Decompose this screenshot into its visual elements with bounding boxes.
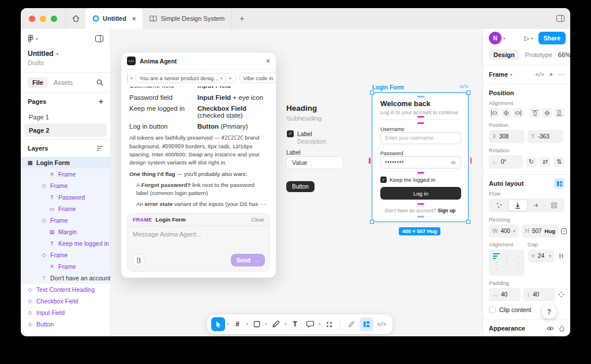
x-position-field[interactable]: X308 — [489, 130, 525, 143]
flow-wrap-button[interactable] — [545, 200, 563, 211]
gap-options-icon[interactable] — [558, 253, 564, 259]
chevron-down-icon[interactable]: ▾ — [503, 36, 506, 40]
persona-preset-pill[interactable]: You are a senior product desig...▾|+ — [135, 73, 237, 83]
login-form-frame[interactable]: Login Form </> Welcome back Log in to yo… — [372, 92, 469, 222]
frame-dev-mode-icon[interactable]: </> — [460, 84, 468, 89]
login-button[interactable]: Log in — [380, 187, 461, 200]
layer-row-margin[interactable]: ▤Margin — [21, 226, 110, 238]
blend-droplet-icon[interactable] — [559, 325, 564, 332]
align-bottom-button[interactable] — [554, 108, 564, 118]
chevron-down-icon[interactable]: ▾ — [510, 73, 513, 77]
width-field[interactable]: W400▾ — [489, 224, 519, 238]
layer-row-frame[interactable]: ◇Frame — [21, 215, 110, 226]
layer-row-checkbox-field[interactable]: ◇Checkbox Field — [21, 295, 110, 307]
page-item[interactable]: Page 1 — [21, 110, 110, 123]
layer-row-keep-me-logged-in[interactable]: TKeep me logged in — [21, 238, 110, 249]
pen-tool-button[interactable] — [269, 317, 283, 331]
layer-row-frame[interactable]: ◇Frame — [21, 249, 110, 261]
button-widget[interactable]: Button — [286, 181, 315, 192]
close-window-button[interactable] — [29, 16, 35, 22]
layer-row-input-field[interactable]: ◇Input Field — [21, 307, 110, 318]
remember-checkbox-row[interactable]: ✓Keep me logged in — [380, 177, 435, 183]
align-right-button[interactable] — [513, 108, 523, 118]
tab-file[interactable]: File — [28, 77, 48, 88]
y-position-field[interactable]: Y-363 — [528, 130, 563, 143]
chevron-down-icon[interactable]: ▾ — [246, 322, 248, 327]
message-input[interactable] — [133, 231, 264, 250]
page-item-selected[interactable]: Page 2 — [24, 123, 107, 137]
document-title-menu[interactable]: Untitled▾ — [28, 50, 103, 58]
add-persona-icon[interactable]: + — [229, 75, 232, 81]
move-tool-button[interactable] — [211, 317, 225, 331]
input-field-widget[interactable]: Value — [286, 156, 344, 169]
gap-field[interactable]: ≡24▾ — [528, 249, 555, 262]
canvas[interactable]: </> Anima Agent × ▾ You are a senior pro… — [111, 29, 482, 336]
new-tab-button[interactable]: + — [232, 8, 252, 29]
present-button[interactable]: ▷ — [525, 35, 529, 42]
add-page-button[interactable]: + — [99, 97, 103, 106]
send-button[interactable]: Send→ — [231, 254, 265, 267]
tab-untitled[interactable]: Untitled × — [85, 8, 143, 29]
window-panel-button[interactable] — [551, 8, 570, 29]
height-field[interactable]: H507Hug — [522, 224, 558, 238]
layer-row-button[interactable]: ◇Button — [21, 318, 110, 330]
comment-tool-button[interactable] — [303, 317, 317, 331]
chevron-down-icon[interactable]: ▾ — [531, 36, 533, 40]
actions-tool-button[interactable] — [322, 317, 336, 331]
checkbox-field-widget[interactable]: ✓Label Description — [287, 130, 326, 145]
selection-type-label[interactable]: Frame — [489, 71, 508, 78]
close-dialog-icon[interactable]: × — [266, 57, 270, 65]
toggle-sidebar-button[interactable] — [95, 35, 103, 42]
text-content-heading-widget[interactable]: Heading Subheading — [286, 104, 321, 122]
anima-plugin-button[interactable] — [360, 317, 373, 331]
draw-tool-button[interactable] — [345, 317, 358, 331]
visibility-eye-icon[interactable] — [547, 326, 554, 331]
layer-row-text-content-heading[interactable]: ◇Text Content Heading — [21, 284, 110, 295]
clear-button[interactable]: Clear — [251, 216, 264, 223]
vibe-code-pill[interactable]: Vibe code in — [239, 73, 277, 83]
close-tab-icon[interactable]: × — [132, 15, 136, 22]
username-input[interactable]: Enter your username — [380, 132, 461, 144]
component-target-icon[interactable]: ⌖ — [549, 71, 553, 78]
attach-button[interactable] — [132, 254, 145, 267]
layer-row-login-form[interactable]: ▤Login Form — [21, 157, 110, 168]
align-top-button[interactable] — [530, 108, 540, 118]
selection-handle[interactable] — [466, 220, 470, 224]
layer-row-signup-text[interactable]: TDon't have an account? Sign up — [21, 272, 110, 284]
clip-content-checkbox[interactable] — [489, 306, 496, 313]
search-icon[interactable] — [96, 79, 103, 86]
align-v-center-button[interactable] — [542, 108, 552, 118]
frame-tool-button[interactable]: # — [230, 317, 244, 331]
dev-mode-button[interactable]: </> — [375, 317, 388, 331]
minimize-window-button[interactable] — [40, 16, 46, 22]
more-icon[interactable]: ⋯ — [558, 71, 564, 78]
layer-row-frame[interactable]: #Frame — [21, 168, 110, 180]
layer-row-frame[interactable]: ▭Frame — [21, 203, 110, 215]
alignment-grid[interactable] — [489, 249, 525, 276]
rotation-field[interactable]: ∟0° — [489, 155, 523, 168]
tab-simple-design-system[interactable]: Simple Design System — [143, 8, 232, 29]
zoom-control[interactable]: 66%▾ — [558, 51, 570, 58]
auto-layout-active-icon[interactable] — [554, 178, 564, 189]
main-menu-button[interactable]: ▾ — [28, 35, 38, 43]
individual-padding-icon[interactable] — [558, 291, 564, 298]
align-h-center-button[interactable] — [501, 108, 511, 118]
flow-vertical-button[interactable] — [508, 200, 527, 211]
flip-vertical-button[interactable]: ⇅ — [553, 157, 564, 167]
copy-code-icon[interactable]: </> — [535, 72, 544, 77]
share-button[interactable]: Share — [538, 32, 566, 44]
flow-horizontal-button[interactable] — [528, 200, 545, 211]
chevron-down-icon[interactable]: ▾ — [265, 322, 267, 327]
eye-icon[interactable] — [450, 160, 457, 165]
chevron-down-icon[interactable]: ▾ — [227, 322, 229, 327]
frame-name-label[interactable]: Login Form — [372, 84, 404, 91]
tab-design[interactable]: Design — [489, 50, 519, 60]
rotate-button[interactable]: ↻ — [526, 157, 537, 167]
align-left-button[interactable] — [489, 108, 499, 118]
vertical-padding-field[interactable]: ↕40 — [523, 288, 555, 301]
password-input[interactable]: •••••••• — [380, 156, 461, 168]
layers-sort-icon[interactable] — [96, 145, 103, 151]
chevron-down-icon[interactable]: ▾ — [319, 322, 320, 327]
chevron-down-icon[interactable]: ▾ — [285, 322, 286, 327]
selection-handle[interactable] — [466, 91, 470, 95]
